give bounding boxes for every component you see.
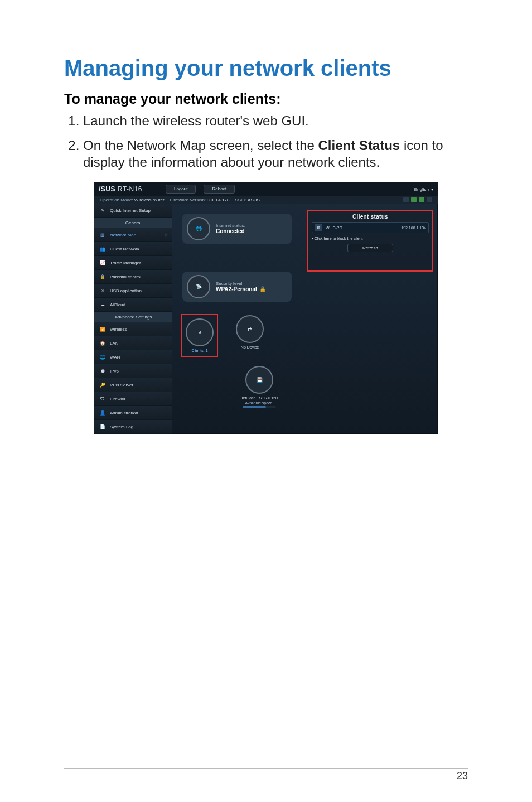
usb-icon: ✳ — [99, 287, 107, 294]
monitor-icon: 🖥 — [186, 318, 214, 346]
sidebar-item-vpn-server[interactable]: 🔑VPN Server — [94, 378, 172, 392]
lock-icon: 🔒 — [99, 273, 107, 281]
router-main: 🌐 Internet status: Connected 📡 Security … — [172, 204, 438, 434]
fw-link[interactable]: 3.0.0.4.178 — [207, 197, 229, 202]
status-icon-ok — [411, 197, 417, 202]
sidebar-item-guest-network[interactable]: 👥Guest Network — [94, 242, 172, 256]
diagram-icon: ▥ — [99, 231, 107, 239]
sidebar-item-quick-internet-setup[interactable]: ✎ Quick Internet Setup — [94, 204, 172, 218]
wifi-icon: 📶 — [99, 325, 107, 333]
users-icon: 👥 — [99, 245, 107, 253]
sidebar-item-system-log[interactable]: 📄System Log — [94, 420, 172, 434]
usb-plug-icon: ⇄ — [236, 315, 264, 343]
block-client-link[interactable]: Click here to block the client — [312, 236, 429, 240]
ssid-link[interactable]: ASUS — [248, 197, 260, 202]
router-infoline: Operation Mode: Wireless router Firmware… — [94, 196, 438, 204]
clients-label: Clients: — [191, 349, 204, 352]
admin-icon: 👤 — [99, 409, 107, 417]
router-sidebar: ✎ Quick Internet Setup General ▥ Network… — [94, 204, 172, 434]
logout-button[interactable]: Logout — [166, 185, 196, 194]
brand-logo: /SUS RT-N16 — [99, 185, 142, 193]
language-selector[interactable]: English▾ — [414, 187, 433, 192]
sidebar-item-lan[interactable]: 🏠LAN — [94, 336, 172, 350]
client-status-title: Client status — [312, 214, 429, 220]
router-gui: /SUS RT-N16 Logout Reboot English▾ Opera… — [94, 182, 438, 434]
sidebar-item-administration[interactable]: 👤Administration — [94, 406, 172, 420]
chart-icon: 📈 — [99, 259, 107, 267]
page-title: Managing your network clients — [64, 56, 468, 81]
pc-icon: 🖥 — [315, 224, 322, 231]
status-icon-ok — [419, 197, 424, 202]
footer-rule — [64, 768, 468, 769]
model-label: RT-N16 — [118, 185, 142, 193]
no-device-label: No Device — [236, 345, 264, 349]
sidebar-item-traffic-manager[interactable]: 📈Traffic Manager — [94, 256, 172, 270]
client-status-panel: Client status 🖥 WILC-PC 192.168.1.134 Cl… — [307, 210, 433, 272]
usb-drive-name: JetFlash TS1GJF150 — [231, 396, 287, 400]
sidebar-item-usb-application[interactable]: ✳USB application — [94, 284, 172, 298]
step-2-bold: Client Status — [318, 138, 400, 153]
security-card[interactable]: 📡 Security level: WPA2-Personal 🔒 — [182, 272, 292, 302]
internet-status-card[interactable]: 🌐 Internet status: Connected — [182, 214, 292, 244]
sidebar-section-advanced: Advanced Settings — [94, 312, 172, 322]
internet-status-value: Connected — [216, 228, 245, 234]
usb-free-label: Available space: — [231, 401, 287, 405]
chevron-down-icon: ▾ — [431, 187, 433, 192]
sidebar-item-ipv6[interactable]: ⬣IPv6 — [94, 364, 172, 378]
sidebar-item-network-map[interactable]: ▥ Network Map — [94, 228, 172, 242]
globe-icon: 🌐 — [187, 217, 210, 240]
lock-icon: 🔒 — [259, 286, 266, 292]
client-name: WILC-PC — [326, 226, 342, 230]
usb-space-bar — [243, 406, 276, 408]
page-number: 23 — [457, 770, 468, 782]
status-icon — [403, 197, 409, 202]
cloud-icon: ☁ — [99, 301, 107, 308]
wand-icon: ✎ — [99, 206, 107, 214]
log-icon: 📄 — [99, 423, 107, 431]
op-mode-link[interactable]: Wireless router — [134, 197, 165, 202]
client-ip: 192.168.1.134 — [401, 226, 426, 230]
ipv6-icon: ⬣ — [99, 367, 107, 375]
sidebar-item-wan[interactable]: 🌐WAN — [94, 350, 172, 364]
client-row[interactable]: 🖥 WILC-PC 192.168.1.134 — [312, 222, 429, 233]
router-icon: 📡 — [187, 275, 210, 298]
internet-status-label: Internet status: — [216, 223, 245, 228]
clients-count: 1 — [206, 349, 208, 352]
sidebar-item-wireless[interactable]: 📶Wireless — [94, 322, 172, 336]
sidebar-item-firewall[interactable]: 🛡Firewall — [94, 392, 172, 406]
router-header: /SUS RT-N16 Logout Reboot English▾ — [94, 182, 438, 196]
page-subtitle: To manage your network clients: — [64, 91, 468, 107]
status-icons — [403, 197, 432, 202]
shield-icon: 🛡 — [99, 395, 107, 403]
security-label: Security level: — [216, 281, 266, 286]
step-2-before: On the Network Map screen, select the — [83, 138, 318, 153]
refresh-button[interactable]: Refresh — [347, 244, 393, 252]
usb-drive-icon[interactable]: 💾 — [245, 366, 273, 394]
vpn-icon: 🔑 — [99, 381, 107, 389]
usb-status-1[interactable]: ⇄ No Device — [236, 315, 264, 349]
home-icon: 🏠 — [99, 339, 107, 347]
reboot-button[interactable]: Reboot — [204, 185, 235, 194]
sidebar-section-general: General — [94, 218, 172, 228]
status-icon — [427, 197, 432, 202]
client-status-icon-button[interactable]: 🖥 Clients: 1 — [182, 315, 217, 356]
step-2: On the Network Map screen, select the Cl… — [83, 137, 468, 171]
sidebar-item-aicloud[interactable]: ☁AiCloud — [94, 298, 172, 312]
sidebar-item-parental-control[interactable]: 🔒Parental control — [94, 270, 172, 284]
security-value: WPA2-Personal — [216, 286, 257, 292]
globe-icon: 🌐 — [99, 353, 107, 361]
step-1: Launch the wireless router's web GUI. — [83, 113, 468, 129]
